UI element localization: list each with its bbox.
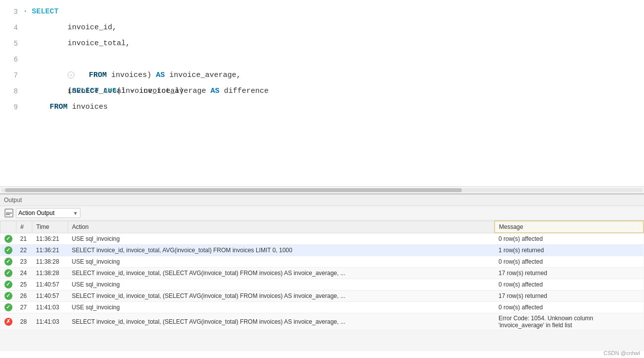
row-message-cell: 17 row(s) returned <box>495 290 644 301</box>
row-time-cell: 11:36:21 <box>32 233 68 244</box>
scrollbar-track[interactable] <box>1 188 643 192</box>
row-time-cell: 11:38:28 <box>32 267 68 279</box>
table-row: ✓ 21 11:36:21 USE sql_invoicing 0 row(s)… <box>0 233 644 244</box>
col-header-message: Message <box>495 221 644 233</box>
output-toolbar: Action Output ▼ <box>0 206 644 220</box>
status-cell: ✓ <box>0 233 16 244</box>
line-content-4: invoice_id, <box>32 20 117 36</box>
row-time-cell: 11:36:21 <box>32 244 68 256</box>
row-action-cell: SELECT invoice_id, invoice_total, (SELEC… <box>68 267 495 279</box>
row-action-cell: SELECT invoice_id, invoice_total, AVG(in… <box>68 244 495 256</box>
code-line-5: 5 invoice_total, <box>0 36 644 52</box>
line-number-3: 3 <box>0 4 24 20</box>
status-icon: ✓ <box>4 235 12 243</box>
code-line-8: 8 invoice_total - invoice_average AS dif… <box>0 83 644 99</box>
table-row: ✓ 26 11:40:57 SELECT invoice_id, invoice… <box>0 290 644 301</box>
output-icon <box>4 208 14 218</box>
status-cell: ✓ <box>0 256 16 267</box>
status-cell: ✗ <box>0 313 16 330</box>
table-row: ✓ 23 11:38:28 USE sql_invoicing 0 row(s)… <box>0 256 644 267</box>
line-number-5: 5 <box>0 36 24 52</box>
row-message-cell: 0 row(s) affected <box>495 301 644 313</box>
row-message-cell: 0 row(s) affected <box>495 279 644 290</box>
output-label: Output <box>4 197 22 204</box>
editor-scrollbar[interactable] <box>0 186 644 193</box>
output-table-container[interactable]: # Time Action Message ✓ 21 11:36:21 USE … <box>0 220 644 351</box>
row-num-cell: 24 <box>16 267 32 279</box>
line-number-8: 8 <box>0 83 24 99</box>
col-header-num: # <box>16 221 32 233</box>
row-message-cell: 17 row(s) returned <box>495 267 644 279</box>
status-cell: ✓ <box>0 290 16 301</box>
row-time-cell: 11:38:28 <box>32 256 68 267</box>
line-number-6: 6 <box>0 52 24 68</box>
output-table: # Time Action Message ✓ 21 11:36:21 USE … <box>0 220 644 331</box>
row-action-cell: USE sql_invoicing <box>68 301 495 313</box>
line-content-7: FROM invoices) AS invoice_average, <box>35 68 241 83</box>
row-message-cell: 0 row(s) affected <box>495 256 644 267</box>
row-time-cell: 11:41:03 <box>32 313 68 330</box>
row-num-cell: 27 <box>16 301 32 313</box>
row-num-cell: 26 <box>16 290 32 301</box>
code-line-4: 4 invoice_id, <box>0 20 644 36</box>
table-row: ✓ 27 11:41:03 USE sql_invoicing 0 row(s)… <box>0 301 644 313</box>
status-cell: ✓ <box>0 267 16 279</box>
line-content-5: invoice_total, <box>32 36 130 52</box>
table-row: ✗ 28 11:41:03 SELECT invoice_id, invoice… <box>0 313 644 330</box>
row-time-cell: 11:40:57 <box>32 290 68 301</box>
table-row: ✓ 24 11:38:28 SELECT invoice_id, invoice… <box>0 267 644 279</box>
row-action-cell: USE sql_invoicing <box>68 256 495 267</box>
line-number-9: 9 <box>0 99 24 115</box>
row-num-cell: 21 <box>16 233 32 244</box>
code-line-3: 3 • SELECT <box>0 4 644 20</box>
status-icon: ✓ <box>4 258 12 266</box>
scrollbar-thumb[interactable] <box>5 188 462 192</box>
code-editor[interactable]: 3 • SELECT 4 invoice_id, 5 invoice_total… <box>0 0 644 194</box>
code-lines: 3 • SELECT 4 invoice_id, 5 invoice_total… <box>0 0 644 119</box>
status-cell: ✓ <box>0 301 16 313</box>
svg-rect-2 <box>6 214 10 215</box>
row-time-cell: 11:40:57 <box>32 279 68 290</box>
output-panel: Output Action Output ▼ # Time Action Mes… <box>0 194 644 351</box>
chevron-down-icon: ▼ <box>73 211 78 216</box>
watermark: CSDN @cnhwl <box>603 350 640 356</box>
row-num-cell: 22 <box>16 244 32 256</box>
row-num-cell: 28 <box>16 313 32 330</box>
table-row: ✓ 25 11:40:57 USE sql_invoicing 0 row(s)… <box>0 279 644 290</box>
row-message-cell: Error Code: 1054. Unknown column 'invoic… <box>495 313 644 330</box>
table-header-row: # Time Action Message <box>0 221 644 233</box>
line-content-3: SELECT <box>32 4 59 20</box>
status-cell: ✓ <box>0 244 16 256</box>
row-action-cell: SELECT invoice_id, invoice_total, (SELEC… <box>68 313 495 330</box>
output-header: Output <box>0 195 644 206</box>
output-table-body: ✓ 21 11:36:21 USE sql_invoicing 0 row(s)… <box>0 233 644 330</box>
row-num-cell: 23 <box>16 256 32 267</box>
code-line-6: 6 − (SELECT AVG(invoice_total) <box>0 52 644 68</box>
status-icon: ✓ <box>4 246 12 254</box>
status-icon: ✓ <box>4 269 12 277</box>
status-icon: ✓ <box>4 303 12 311</box>
action-output-dropdown[interactable]: Action Output ▼ <box>16 208 80 218</box>
col-header-time: Time <box>32 221 68 233</box>
line-number-7: 7 <box>0 68 24 83</box>
row-message-cell: 1 row(s) returned <box>495 244 644 256</box>
col-header-status <box>0 221 16 233</box>
code-line-9: 9 FROM invoices <box>0 99 644 115</box>
status-icon: ✗ <box>4 318 12 326</box>
line-dot-3: • <box>24 4 32 20</box>
line-number-4: 4 <box>0 20 24 36</box>
line-content-9: FROM invoices <box>32 99 108 115</box>
row-num-cell: 25 <box>16 279 32 290</box>
row-action-cell: USE sql_invoicing <box>68 233 495 244</box>
status-icon: ✓ <box>4 281 12 288</box>
line-content-8: invoice_total - invoice_average AS diffe… <box>32 83 269 99</box>
col-header-action: Action <box>68 221 495 233</box>
row-time-cell: 11:41:03 <box>32 301 68 313</box>
row-action-cell: USE sql_invoicing <box>68 279 495 290</box>
row-action-cell: SELECT invoice_id, invoice_total, (SELEC… <box>68 290 495 301</box>
table-row: ✓ 22 11:36:21 SELECT invoice_id, invoice… <box>0 244 644 256</box>
row-message-cell: 0 row(s) affected <box>495 233 644 244</box>
svg-rect-1 <box>6 213 12 214</box>
status-cell: ✓ <box>0 279 16 290</box>
code-line-7: 7 FROM invoices) AS invoice_average, <box>0 68 644 83</box>
